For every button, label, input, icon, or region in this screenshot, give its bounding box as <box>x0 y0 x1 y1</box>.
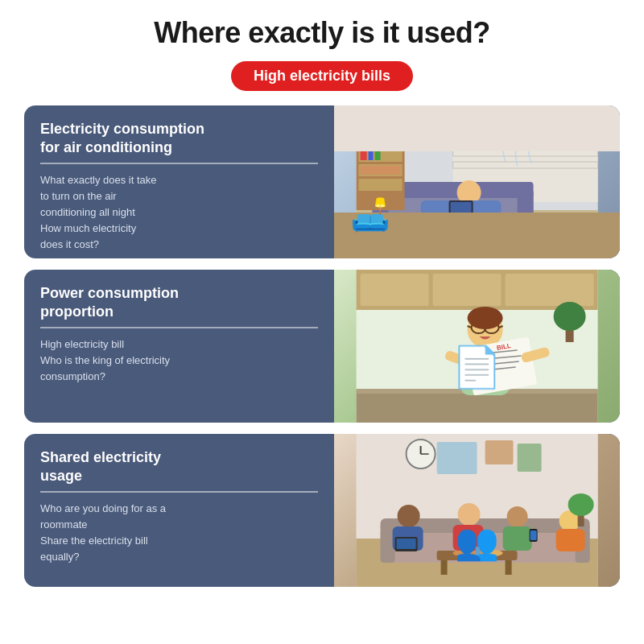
svg-rect-83 <box>530 530 536 540</box>
cards-container: Electricity consumptionfor air condition… <box>24 105 620 587</box>
card-power-heading: Power consumptionproportion <box>40 284 318 328</box>
card-shared: Shared electricityusage Who are you doin… <box>24 434 620 587</box>
svg-rect-28 <box>450 202 471 213</box>
svg-rect-11 <box>517 190 533 230</box>
svg-rect-15 <box>494 111 572 132</box>
svg-rect-23 <box>360 151 366 160</box>
svg-rect-86 <box>475 547 480 556</box>
card-shared-image <box>334 434 620 587</box>
svg-rect-10 <box>372 190 388 230</box>
svg-rect-8 <box>372 190 533 230</box>
svg-rect-75 <box>452 525 483 551</box>
svg-rect-87 <box>483 547 488 556</box>
svg-rect-4 <box>452 138 597 144</box>
svg-rect-79 <box>555 529 584 551</box>
svg-point-71 <box>483 550 502 556</box>
svg-point-76 <box>506 506 527 527</box>
svg-rect-1 <box>452 105 597 202</box>
svg-rect-5 <box>452 150 597 156</box>
svg-rect-68 <box>440 560 447 575</box>
svg-rect-25 <box>374 151 380 160</box>
card-shared-text: Shared electricityusage Who are you doin… <box>24 434 334 587</box>
svg-point-74 <box>457 503 480 526</box>
card-shared-heading: Shared electricityusage <box>40 448 318 493</box>
svg-rect-2 <box>452 114 597 120</box>
svg-rect-21 <box>358 164 402 176</box>
svg-rect-58 <box>485 440 513 464</box>
svg-rect-77 <box>502 526 531 551</box>
svg-rect-27 <box>448 200 473 215</box>
badge: High electricity bills <box>231 61 413 91</box>
card-ac-image <box>334 105 620 258</box>
svg-rect-22 <box>358 179 402 191</box>
card-power: Power consumptionproportion High electri… <box>24 270 620 423</box>
svg-rect-26 <box>360 166 400 175</box>
card-power-body: High electricity bill Who is the king of… <box>40 336 318 385</box>
svg-point-70 <box>452 549 485 557</box>
svg-rect-81 <box>396 539 415 549</box>
svg-point-42 <box>467 307 502 329</box>
card-shared-body: Who are you doing for as a roommate Shar… <box>40 501 318 566</box>
card-power-text: Power consumptionproportion High electri… <box>24 270 334 423</box>
svg-rect-67 <box>436 551 517 560</box>
svg-rect-20 <box>358 150 402 162</box>
svg-rect-0 <box>356 105 597 258</box>
svg-rect-69 <box>505 560 511 575</box>
svg-rect-13 <box>420 200 501 215</box>
svg-rect-32 <box>432 274 501 306</box>
svg-rect-3 <box>452 126 597 132</box>
svg-rect-31 <box>360 274 428 306</box>
svg-rect-6 <box>452 162 597 168</box>
card-ac-text: Electricity consumptionfor air condition… <box>24 105 334 258</box>
svg-rect-19 <box>356 146 404 210</box>
svg-point-85 <box>568 493 593 516</box>
svg-rect-9 <box>372 182 533 198</box>
card-ac-heading: Electricity consumptionfor air condition… <box>40 120 318 164</box>
svg-rect-24 <box>368 151 373 160</box>
svg-rect-14 <box>493 109 573 134</box>
card-ac: Electricity consumptionfor air condition… <box>24 105 620 258</box>
card-ac-body: What exactly does it take to turn on the… <box>40 172 318 254</box>
svg-point-51 <box>553 302 585 331</box>
main-title: Where exactly is it used? <box>154 16 490 50</box>
svg-rect-7 <box>356 210 597 258</box>
card-power-image: BILL <box>334 270 620 423</box>
svg-point-72 <box>397 505 419 527</box>
svg-rect-33 <box>505 274 593 306</box>
svg-rect-57 <box>436 442 477 474</box>
svg-rect-59 <box>517 444 541 472</box>
svg-point-12 <box>456 180 481 204</box>
